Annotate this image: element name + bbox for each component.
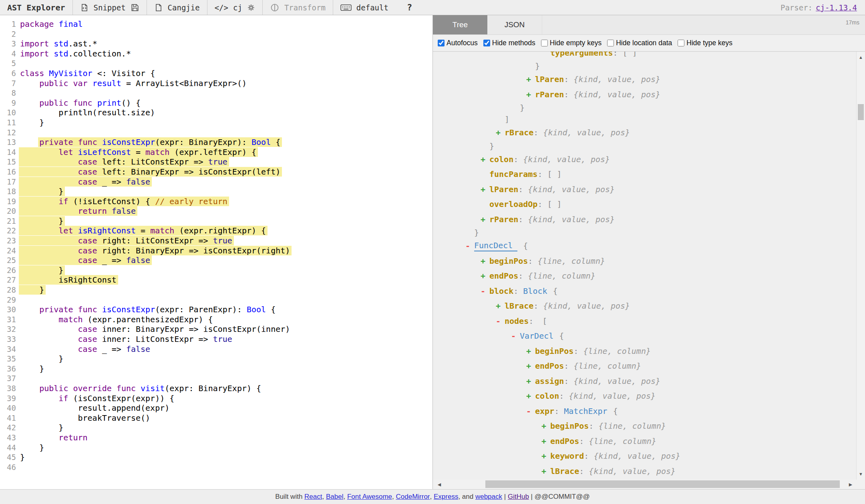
code-line[interactable]: 29: [0, 295, 432, 305]
tree-row[interactable]: +beginPos: {line, column}: [433, 419, 865, 434]
expand-toggle[interactable]: +: [526, 391, 535, 401]
option-hide-empty-keys[interactable]: Hide empty keys: [541, 39, 601, 47]
tree-key[interactable]: endPos: [489, 271, 518, 281]
tree-row[interactable]: +lParen: {kind, value, pos}: [433, 182, 865, 197]
collapse-toggle[interactable]: -: [511, 331, 520, 341]
footer-link-babel[interactable]: Babel: [326, 493, 343, 501]
code-line[interactable]: 22 let isRightConst = match (expr.rightE…: [0, 226, 432, 236]
collapse-toggle[interactable]: -: [481, 286, 489, 296]
code-line[interactable]: 13 private func isConstExpr(expr: Binary…: [0, 137, 432, 147]
node-type-link[interactable]: MatchExpr: [564, 406, 607, 416]
code-line[interactable]: 16 case left: BinaryExpr => isConstExpr(…: [0, 167, 432, 177]
vertical-scrollbar[interactable]: ▲ ▼: [856, 52, 865, 480]
tree-row[interactable]: -nodes: [: [433, 313, 865, 329]
expand-toggle[interactable]: +: [526, 376, 535, 386]
option-hide-methods[interactable]: Hide methods: [483, 39, 535, 47]
expand-toggle[interactable]: +: [541, 466, 550, 476]
code-line[interactable]: 25 case _ => false: [0, 255, 432, 265]
vertical-scroll-thumb[interactable]: [858, 104, 864, 120]
tree-row[interactable]: -block: Block{: [433, 283, 865, 299]
tree-key[interactable]: lBrace: [505, 301, 533, 311]
code-line[interactable]: 31 match (expr.parenthesizedExpr) {: [0, 315, 432, 325]
tree-row[interactable]: +keyword: {kind, value, pos}: [433, 449, 865, 464]
code-line[interactable]: 24 case right: BinaryExpr => isConstExpr…: [0, 246, 432, 256]
tree-row[interactable]: +lBrace: {kind, value, pos}: [433, 464, 865, 479]
tree-key[interactable]: expr: [535, 406, 554, 416]
tree-key[interactable]: overloadOp: [489, 199, 537, 209]
code-line[interactable]: 26 }: [0, 265, 432, 275]
tree-row[interactable]: +assign: {kind, value, pos}: [433, 373, 865, 389]
code-line[interactable]: 43 return: [0, 433, 432, 443]
tree-row[interactable]: +endPos: {line, column}: [433, 434, 865, 449]
option-checkbox[interactable]: [541, 40, 548, 46]
code-line[interactable]: 6class MyVisitor <: Visitor {: [0, 68, 432, 78]
scroll-right-arrow[interactable]: ▶: [847, 480, 855, 489]
code-line[interactable]: 18 }: [0, 187, 432, 197]
horizontal-scroll-thumb[interactable]: [485, 480, 840, 488]
code-line[interactable]: 1package final: [0, 19, 432, 29]
code-line[interactable]: 19 if (!isLeftConst) { // early return: [0, 197, 432, 207]
tree-key[interactable]: rParen: [535, 90, 564, 99]
expand-toggle[interactable]: +: [526, 361, 535, 371]
option-hide-type-keys[interactable]: Hide type keys: [678, 39, 732, 47]
code-line[interactable]: 17 case _ => false: [0, 177, 432, 187]
tab-json[interactable]: JSON: [487, 15, 542, 34]
option-checkbox[interactable]: [678, 40, 684, 46]
node-type-link[interactable]: VarDecl: [520, 331, 553, 341]
footer-link-webpack[interactable]: webpack: [475, 493, 502, 501]
keyboard-icon[interactable]: [340, 4, 352, 12]
tree-key[interactable]: endPos: [550, 436, 579, 446]
save-icon[interactable]: [131, 3, 139, 12]
code-line[interactable]: 10 println(result.size): [0, 108, 432, 118]
footer-link-codemirror[interactable]: CodeMirror: [396, 493, 430, 501]
expand-toggle[interactable]: +: [496, 301, 505, 311]
code-line[interactable]: 21 }: [0, 216, 432, 226]
code-line[interactable]: 40 result.append(expr): [0, 403, 432, 413]
option-checkbox[interactable]: [438, 40, 445, 46]
expand-toggle[interactable]: +: [481, 271, 489, 281]
tree-row[interactable]: funcParams: [ ]: [433, 167, 865, 182]
keymap-label[interactable]: default: [356, 3, 388, 12]
option-checkbox[interactable]: [607, 40, 614, 46]
parser-version-link[interactable]: cj-1.13.4: [816, 3, 857, 12]
expand-toggle[interactable]: +: [496, 128, 505, 137]
code-line[interactable]: 5: [0, 58, 432, 68]
code-line[interactable]: 4import std.collection.*: [0, 49, 432, 59]
tree-row[interactable]: +endPos: {line, column}: [433, 359, 865, 374]
code-line[interactable]: 36 }: [0, 364, 432, 374]
code-line[interactable]: 14 let isLeftConst = match (expr.leftExp…: [0, 147, 432, 157]
expand-toggle[interactable]: +: [541, 421, 550, 431]
code-line[interactable]: 34 case _ => false: [0, 344, 432, 354]
tree-key[interactable]: assign: [535, 376, 564, 386]
gear-icon[interactable]: [247, 4, 255, 12]
tree-row[interactable]: +rParen: {kind, value, pos}: [433, 87, 865, 102]
tree-row[interactable]: +colon: {kind, value, pos}: [433, 389, 865, 404]
expand-toggle[interactable]: +: [481, 256, 489, 266]
code-line[interactable]: 44 }: [0, 443, 432, 453]
expand-toggle[interactable]: +: [481, 215, 489, 224]
code-line[interactable]: 30 private func isConstExpr(expr: ParenE…: [0, 305, 432, 315]
scroll-down-arrow[interactable]: ▼: [857, 470, 865, 478]
tree-row[interactable]: +rBrace: {kind, value, pos}: [433, 125, 865, 141]
file-icon[interactable]: [154, 3, 163, 12]
code-line[interactable]: 3import std.ast.*: [0, 39, 432, 49]
footer-link-font-awesome[interactable]: Font Awesome: [347, 493, 392, 501]
expand-toggle[interactable]: +: [526, 90, 535, 99]
footer-link-express[interactable]: Express: [434, 493, 458, 501]
tree-row[interactable]: -FuncDecl{: [433, 239, 865, 254]
code-line[interactable]: 42 }: [0, 423, 432, 433]
code-line[interactable]: 7 public var result = ArrayList<BinaryEx…: [0, 78, 432, 88]
expand-toggle[interactable]: +: [481, 155, 489, 164]
tree-row[interactable]: +rParen: {kind, value, pos}: [433, 212, 865, 227]
tree-key[interactable]: beginPos: [550, 421, 589, 431]
code-line[interactable]: 32 case inner: BinaryExpr => isConstExpr…: [0, 324, 432, 334]
tree-key[interactable]: lParen: [489, 185, 518, 194]
file-label[interactable]: Cangjie: [168, 3, 200, 12]
snippet-label[interactable]: Snippet: [94, 3, 126, 12]
code-line[interactable]: 41 breakTraverse(): [0, 413, 432, 423]
code-line[interactable]: 23 case right: LitConstExpr => true: [0, 236, 432, 246]
tree-key[interactable]: lParen: [535, 74, 564, 84]
code-line[interactable]: 46: [0, 462, 432, 472]
code-line[interactable]: 20 return false: [0, 206, 432, 216]
collapse-toggle[interactable]: -: [496, 316, 505, 326]
